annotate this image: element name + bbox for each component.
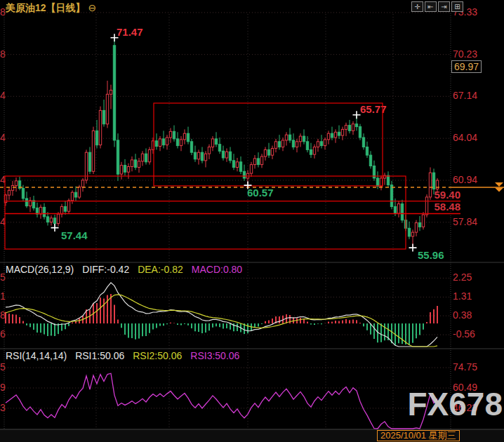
extreme-cross-marker: [244, 182, 252, 189]
macd-header: MACD(26,12,9)DIFF:-0.42DEA:-0.82MACD:0.8…: [6, 264, 251, 275]
macd-dea-value: DEA:-0.82: [138, 264, 183, 275]
crosshair-tool-button[interactable]: ✛: [411, 1, 423, 12]
rsi3-value: RSI3:50.06: [190, 350, 239, 361]
extreme-cross-marker: [111, 34, 119, 41]
current-date-box[interactable]: 2025/10/01 星期三: [377, 430, 460, 441]
watermark: FX678: [407, 385, 503, 423]
rsi-header: RSI(14,14,14)RSI1:50.06RSI2:50.06RSI3:50…: [6, 350, 248, 361]
macd-macd-value: MACD:0.80: [192, 264, 242, 275]
period-tag: 【日线】: [46, 2, 86, 13]
scale-reset-button[interactable]: ⊞: [451, 1, 463, 12]
chart-canvas[interactable]: [0, 0, 504, 442]
chart-window: 美原油12【日线】⊖ ✛ ⇤ ⇥ ⊞ 69.97 MACD(26,12,9)DI…: [0, 0, 504, 442]
collapse-icon[interactable]: ⊖: [88, 2, 97, 13]
prev-close-label: 69.97: [451, 60, 482, 73]
scale-compress-button[interactable]: ⇤: [425, 1, 437, 12]
scale-expand-button[interactable]: ⇥: [438, 1, 450, 12]
rsi1-value: RSI1:50.06: [75, 350, 124, 361]
rsi2-value: RSI2:50.06: [133, 350, 182, 361]
macd-params-label: MACD(26,12,9): [6, 264, 74, 275]
rsi-params-label: RSI(14,14,14): [6, 350, 67, 361]
macd-diff-value: DIFF:-0.42: [82, 264, 129, 275]
chart-toolbar: ✛ ⇤ ⇥ ⊞: [411, 1, 463, 12]
instrument-name: 美原油12: [6, 2, 46, 13]
chart-title: 美原油12【日线】⊖: [6, 2, 96, 15]
extreme-cross-marker: [353, 111, 361, 119]
extreme-cross-marker: [51, 224, 59, 232]
extreme-cross-marker: [409, 244, 417, 252]
